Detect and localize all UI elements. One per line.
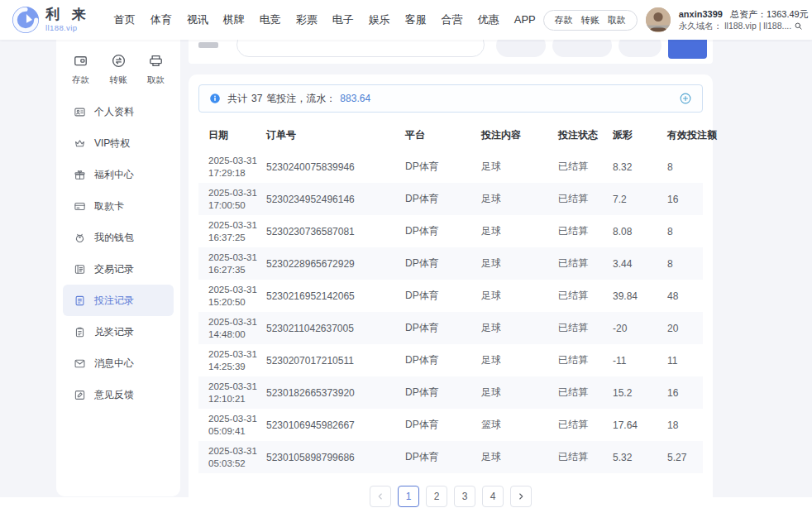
sidebar-item-vip[interactable]: VIP特权 (63, 127, 174, 159)
sidebar-item-bet-records[interactable]: 投注记录 (63, 285, 174, 316)
logo-icon (12, 6, 40, 34)
nav-item[interactable]: 电子 (325, 0, 361, 40)
cell-bet-status: 已结算 (558, 256, 613, 271)
withdraw-card-icon (74, 200, 86, 213)
table-row[interactable]: 2025-03-3112:10:215230182665373920DP体育足球… (198, 376, 703, 409)
pagination-prev[interactable] (370, 486, 391, 507)
nav-item[interactable]: 首页 (107, 0, 143, 40)
column-header: 投注内容 (481, 128, 558, 142)
total-assets: 总资产：1363.49元 (730, 9, 809, 19)
sidebar-item-wallet[interactable]: 我的钱包 (63, 222, 174, 253)
username[interactable]: anxin3399 (679, 9, 723, 19)
pagination-page-3[interactable]: 3 (454, 486, 475, 507)
filter-date-range-input[interactable] (236, 40, 485, 57)
pagination-page-1[interactable]: 1 (398, 486, 419, 507)
sidebar-item-redeem-records[interactable]: 兑奖记录 (63, 316, 174, 347)
pagination-next[interactable] (510, 486, 532, 507)
filter-option-fragment[interactable] (552, 40, 612, 57)
user-info: anxin3399 总资产：1363.49元 永久域名： ll188.vip |… (679, 9, 809, 31)
main-nav: 首页体育视讯棋牌电竞彩票电子娱乐客服合营优惠APP (107, 0, 543, 40)
cell-order-no: 5230182665373920 (266, 387, 405, 399)
table-row[interactable]: 2025-03-3117:29:185230240075839946DP体育足球… (198, 151, 703, 183)
filter-search-button[interactable] (668, 40, 707, 59)
cell-order-no: 5230106945982667 (266, 419, 405, 431)
table-row[interactable]: 2025-03-3114:25:395230207017210511DP体育足球… (198, 344, 703, 376)
sidebar-item-transactions[interactable]: 交易记录 (63, 253, 174, 285)
wallet-pill-action[interactable]: 转账 (581, 16, 599, 25)
cell-platform: DP体育 (405, 192, 481, 206)
cell-order-no: 5230230736587081 (266, 226, 405, 237)
table-row[interactable]: 2025-03-3117:00:505230234952496146DP体育足球… (198, 183, 703, 215)
table-row[interactable]: 2025-03-3105:09:415230106945982667DP体育篮球… (198, 409, 703, 441)
profile-icon (74, 106, 86, 118)
nav-item[interactable]: 体育 (143, 0, 179, 40)
table-row[interactable]: 2025-03-3116:27:355230228965672929DP体育足球… (198, 247, 703, 280)
cell-bet-content: 足球 (481, 450, 558, 464)
quick-action-label: 取款 (147, 74, 165, 86)
sidebar-menu: 个人资料VIP特权福利中心取款卡我的钱包交易记录投注记录兑奖记录消息中心意见反馈 (56, 96, 180, 410)
table-row[interactable]: 2025-03-3116:37:255230230736587081DP体育足球… (198, 215, 703, 247)
column-header: 日期 (208, 128, 266, 142)
cell-bet-content: 足球 (481, 224, 558, 238)
filter-option-fragment[interactable] (619, 40, 662, 57)
welfare-icon (74, 169, 86, 181)
cell-payout: -20 (613, 323, 667, 334)
info-icon (209, 93, 221, 104)
table-row[interactable]: 2025-03-3115:20:505230216952142065DP体育足球… (198, 280, 703, 312)
permanent-domain-label: 永久域名： (679, 22, 723, 31)
nav-item[interactable]: 优惠 (470, 0, 507, 40)
column-header: 平台 (405, 128, 481, 142)
nav-item[interactable]: 合营 (434, 0, 470, 40)
logo[interactable]: 利 来 ll188.vip (12, 6, 90, 34)
sidebar-item-label: 意见反馈 (94, 388, 134, 402)
sidebar-item-label: 交易记录 (94, 262, 134, 276)
summary-bar: 共计 37 笔投注，流水： 883.64 (198, 84, 703, 113)
deposit-icon (73, 53, 88, 69)
header-right: 存款转账取款 anxin3399 总资产：1363.49元 永久域名： ll18… (543, 7, 809, 32)
cell-payout: 17.64 (613, 419, 667, 431)
nav-item[interactable]: APP (507, 0, 543, 40)
cell-valid-amount: 5.27 (667, 452, 693, 463)
cell-bet-status: 已结算 (558, 160, 613, 174)
sidebar-item-feedback[interactable]: 意见反馈 (63, 379, 174, 410)
cell-platform: DP体育 (405, 289, 481, 303)
cell-bet-content: 足球 (481, 256, 558, 271)
nav-item[interactable]: 客服 (398, 0, 434, 40)
avatar[interactable] (646, 7, 671, 32)
nav-item[interactable]: 电竞 (252, 0, 289, 40)
nav-item[interactable]: 棋牌 (216, 0, 252, 40)
pagination-page-2[interactable]: 2 (426, 486, 447, 507)
cell-valid-amount: 16 (667, 194, 693, 205)
pagination-page-4[interactable]: 4 (482, 486, 504, 507)
sidebar-quick-transfer[interactable]: 转账 (110, 53, 127, 86)
transactions-icon (74, 263, 86, 276)
nav-item[interactable]: 彩票 (289, 0, 325, 40)
nav-item[interactable]: 娱乐 (361, 0, 398, 40)
sidebar-item-messages[interactable]: 消息中心 (63, 347, 174, 379)
table-header-row: 日期订单号平台投注内容投注状态派彩有效投注额 (198, 120, 703, 151)
table-row[interactable]: 2025-03-3105:03:525230105898799686DP体育足球… (198, 441, 703, 473)
sidebar-item-label: 福利中心 (94, 168, 134, 182)
cell-bet-content: 足球 (481, 192, 558, 206)
top-header: 利 来 ll188.vip 首页体育视讯棋牌电竞彩票电子娱乐客服合营优惠APP … (0, 0, 812, 40)
cell-bet-status: 已结算 (558, 321, 613, 335)
summary-prefix: 共计 (227, 92, 247, 106)
sidebar-item-withdraw-card[interactable]: 取款卡 (63, 190, 174, 222)
cell-payout: 3.44 (613, 258, 667, 270)
nav-item[interactable]: 视讯 (179, 0, 216, 40)
cell-date: 2025-03-3116:27:35 (208, 252, 266, 276)
search-icon[interactable] (794, 22, 803, 31)
sidebar-item-welfare[interactable]: 福利中心 (63, 159, 174, 190)
filter-label-fragment (198, 42, 218, 48)
table-row[interactable]: 2025-03-3114:48:005230211042637005DP体育足球… (198, 312, 703, 344)
wallet-pill-action[interactable]: 存款 (555, 16, 573, 25)
cell-platform: DP体育 (405, 256, 481, 271)
sidebar-item-profile[interactable]: 个人资料 (63, 96, 174, 127)
cell-payout: 7.2 (613, 194, 667, 205)
expand-plus-icon[interactable] (679, 92, 692, 105)
sidebar-quick-deposit[interactable]: 存款 (72, 53, 89, 86)
wallet-pill-action[interactable]: 取款 (608, 16, 626, 25)
cell-bet-content: 篮球 (481, 418, 558, 432)
filter-option-fragment[interactable] (496, 40, 546, 57)
sidebar-quick-withdraw[interactable]: 取款 (147, 53, 165, 86)
